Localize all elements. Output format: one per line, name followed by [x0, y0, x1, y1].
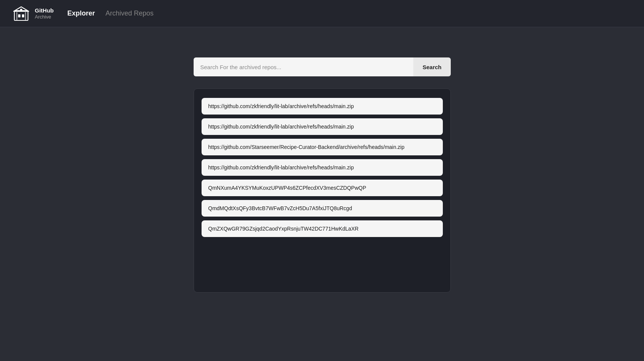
- svg-rect-7: [25, 12, 26, 20]
- logo-github-label: GitHub: [35, 7, 54, 14]
- nav-explorer-link[interactable]: Explorer: [67, 9, 95, 17]
- logo-area: GitHub Archive: [12, 5, 54, 23]
- result-item[interactable]: https://github.com/Starseemer/Recipe-Cur…: [202, 139, 443, 155]
- logo-archive-label: Archive: [35, 14, 54, 20]
- result-item[interactable]: https://github.com/zkfriendly/lit-lab/ar…: [202, 98, 443, 115]
- result-item[interactable]: QmNXumA4YKSYMuKoxzUPWP4s6ZCPfecdXV3mesCZ…: [202, 180, 443, 196]
- svg-rect-5: [14, 11, 28, 12]
- svg-rect-6: [16, 12, 17, 20]
- result-item[interactable]: https://github.com/zkfriendly/lit-lab/ar…: [202, 159, 443, 176]
- svg-rect-2: [22, 14, 24, 17]
- navbar: GitHub Archive Explorer Archived Repos: [0, 0, 644, 27]
- svg-rect-1: [18, 14, 20, 17]
- result-item[interactable]: https://github.com/zkfriendly/lit-lab/ar…: [202, 118, 443, 135]
- result-item[interactable]: QmZXQwGR79GZsjqd2CaodYxpRsnjuTW42DC771Hw…: [202, 220, 443, 237]
- search-bar: Search: [194, 57, 451, 76]
- result-item[interactable]: QmdMQdtXsQFy3BvtcB7WFwB7vZcH5Du7A5fxiJTQ…: [202, 200, 443, 217]
- search-input[interactable]: [194, 57, 414, 76]
- results-container: https://github.com/zkfriendly/lit-lab/ar…: [194, 88, 451, 293]
- search-button[interactable]: Search: [413, 57, 450, 76]
- logo-text: GitHub Archive: [35, 7, 54, 20]
- nav-links: Explorer Archived Repos: [67, 9, 154, 17]
- main-content: Search https://github.com/zkfriendly/lit…: [0, 27, 644, 293]
- github-archive-icon: [12, 5, 30, 23]
- nav-archived-repos-link[interactable]: Archived Repos: [106, 9, 154, 17]
